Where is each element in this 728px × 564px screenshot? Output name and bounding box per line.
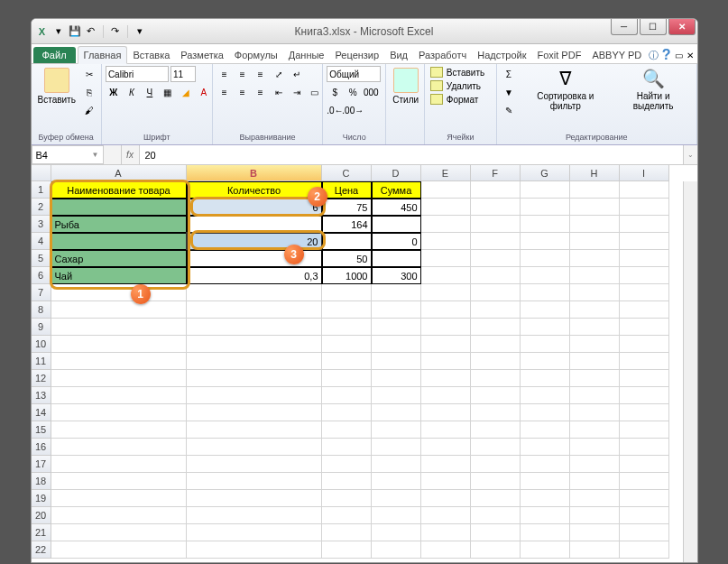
fill-icon[interactable]: ▼ xyxy=(501,84,517,100)
underline-button[interactable]: Ч xyxy=(142,84,158,100)
cell-C12[interactable] xyxy=(322,370,372,387)
cell-E5[interactable] xyxy=(421,250,471,267)
cell-A2[interactable] xyxy=(51,199,187,216)
cell-G18[interactable] xyxy=(521,473,570,490)
col-header-E[interactable]: E xyxy=(421,165,471,181)
cell-F10[interactable] xyxy=(471,336,521,353)
cell-G4[interactable] xyxy=(521,233,570,250)
tab-layout[interactable]: Разметка xyxy=(175,47,229,63)
cell-H15[interactable] xyxy=(570,421,620,439)
cell-C15[interactable] xyxy=(322,421,372,439)
cell-H18[interactable] xyxy=(570,473,620,490)
cell-D10[interactable] xyxy=(372,336,421,353)
cell-I1[interactable] xyxy=(620,181,669,199)
cell-E8[interactable] xyxy=(421,301,471,319)
cell-A7[interactable] xyxy=(51,284,187,301)
row-header-19[interactable]: 19 xyxy=(32,490,51,507)
cell-B15[interactable] xyxy=(187,421,322,439)
cell-F13[interactable] xyxy=(471,387,521,404)
row-header-22[interactable]: 22 xyxy=(32,541,51,559)
cell-C6[interactable]: 1000 xyxy=(322,267,372,284)
cell-G6[interactable] xyxy=(521,267,570,284)
cell-A14[interactable] xyxy=(51,404,187,421)
cell-I12[interactable] xyxy=(620,370,669,387)
row-header-21[interactable]: 21 xyxy=(32,524,51,541)
cell-C11[interactable] xyxy=(322,353,372,370)
paste-button[interactable]: Вставить xyxy=(35,66,78,106)
cell-G15[interactable] xyxy=(521,421,570,439)
row-header-20[interactable]: 20 xyxy=(32,507,51,524)
cell-F22[interactable] xyxy=(471,541,521,559)
col-header-I[interactable]: I xyxy=(620,165,669,181)
cell-F7[interactable] xyxy=(471,284,521,301)
format-cells-button[interactable]: Формат xyxy=(429,93,486,106)
maximize-button[interactable]: ☐ xyxy=(640,19,667,35)
tab-formulas[interactable]: Формулы xyxy=(229,47,283,63)
cell-C19[interactable] xyxy=(322,490,372,507)
cell-G11[interactable] xyxy=(521,353,570,370)
cell-E20[interactable] xyxy=(421,507,471,524)
cell-D14[interactable] xyxy=(372,404,421,421)
sort-filter-button[interactable]: ᐁ Сортировка и фильтр xyxy=(520,66,612,113)
grid[interactable]: ABCDEFGHI1Наименование товараКоличествоЦ… xyxy=(32,165,697,559)
cell-F15[interactable] xyxy=(471,421,521,439)
cell-E21[interactable] xyxy=(421,524,471,541)
cell-G22[interactable] xyxy=(521,541,570,559)
cell-G8[interactable] xyxy=(521,301,570,319)
cell-H3[interactable] xyxy=(570,216,620,233)
cell-F3[interactable] xyxy=(471,216,521,233)
cell-D5[interactable] xyxy=(372,250,421,267)
cell-F11[interactable] xyxy=(471,353,521,370)
cell-D21[interactable] xyxy=(372,524,421,541)
row-header-10[interactable]: 10 xyxy=(32,336,51,353)
cell-I3[interactable] xyxy=(620,216,669,233)
cell-D4[interactable]: 0 xyxy=(372,233,421,250)
row-header-1[interactable]: 1 xyxy=(32,181,51,199)
styles-button[interactable]: Стили xyxy=(390,66,421,106)
cell-I20[interactable] xyxy=(620,507,669,524)
cell-C17[interactable] xyxy=(322,456,372,473)
cell-B17[interactable] xyxy=(187,456,322,473)
row-header-16[interactable]: 16 xyxy=(32,439,51,456)
cell-D11[interactable] xyxy=(372,353,421,370)
cell-C10[interactable] xyxy=(322,336,372,353)
cell-B2[interactable]: 6 xyxy=(187,199,322,216)
currency-icon[interactable]: $ xyxy=(327,84,343,100)
cell-D9[interactable] xyxy=(372,319,421,336)
cell-E15[interactable] xyxy=(421,421,471,439)
cell-I18[interactable] xyxy=(620,473,669,490)
row-header-9[interactable]: 9 xyxy=(32,319,51,336)
align-right-icon[interactable]: ≡ xyxy=(253,84,269,100)
cell-A15[interactable] xyxy=(51,421,187,439)
cell-A4[interactable] xyxy=(51,233,187,250)
col-header-C[interactable]: C xyxy=(322,165,372,181)
cell-I8[interactable] xyxy=(620,301,669,319)
cell-E11[interactable] xyxy=(421,353,471,370)
cell-D13[interactable] xyxy=(372,387,421,404)
cell-A16[interactable] xyxy=(51,439,187,456)
cell-D20[interactable] xyxy=(372,507,421,524)
cell-H17[interactable] xyxy=(570,456,620,473)
cell-B21[interactable] xyxy=(187,524,322,541)
cell-I4[interactable] xyxy=(620,233,669,250)
cell-B3[interactable] xyxy=(187,216,322,233)
cell-C21[interactable] xyxy=(322,524,372,541)
cell-E10[interactable] xyxy=(421,336,471,353)
cell-H7[interactable] xyxy=(570,284,620,301)
percent-icon[interactable]: % xyxy=(345,84,361,100)
cell-H4[interactable] xyxy=(570,233,620,250)
tab-data[interactable]: Данные xyxy=(283,47,330,63)
cell-C2[interactable]: 75 xyxy=(322,199,372,216)
cell-E1[interactable] xyxy=(421,181,471,199)
cell-D19[interactable] xyxy=(372,490,421,507)
col-header-H[interactable]: H xyxy=(570,165,620,181)
cell-B9[interactable] xyxy=(187,319,322,336)
cell-F4[interactable] xyxy=(471,233,521,250)
bold-button[interactable]: Ж xyxy=(106,84,122,100)
wrap-text-icon[interactable]: ↵ xyxy=(289,66,305,82)
cell-H6[interactable] xyxy=(570,267,620,284)
font-size-select[interactable] xyxy=(170,66,196,82)
cell-I16[interactable] xyxy=(620,439,669,456)
cell-D16[interactable] xyxy=(372,439,421,456)
cell-G2[interactable] xyxy=(521,199,570,216)
